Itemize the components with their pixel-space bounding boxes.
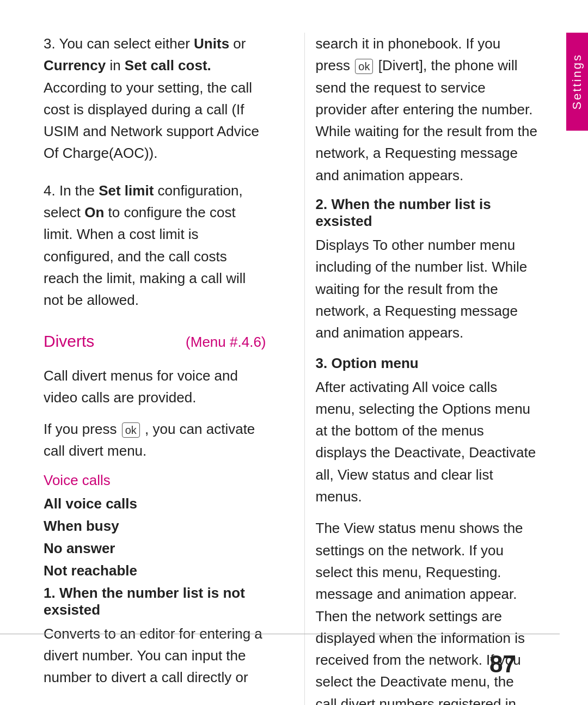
section3-body1: After activating All voice calls menu, s… — [316, 376, 538, 508]
settings-tab: Settings — [566, 33, 588, 131]
section1-title: 1. When the number list is not exsisted — [44, 585, 266, 618]
page-number-area: 87 — [0, 651, 560, 678]
ok-icon-2: ok — [355, 59, 373, 74]
diverts-heading: Diverts — [44, 332, 94, 351]
numbered-section-2: 2. When the number list is exsisted Disp… — [316, 196, 538, 344]
diverts-body2-pre: If you press — [44, 421, 121, 437]
section3-title: 3. Option menu — [316, 355, 538, 372]
diverts-body1: Call divert menus for voice and video ca… — [44, 365, 266, 409]
continued-text: search it in phonebook. If you press ok … — [316, 33, 538, 186]
item4-text: 4. In the Set limit configuration, selec… — [44, 182, 246, 308]
diverts-body2: If you press ok , you can activate call … — [44, 418, 266, 462]
item-4: 4. In the Set limit configuration, selec… — [44, 180, 266, 311]
ok-icon-1: ok — [122, 422, 140, 438]
bold-item-not-reachable: Not reachable — [44, 562, 266, 579]
bold-item-all-voice-calls: All voice calls — [44, 495, 266, 512]
diverts-menu-ref: (Menu #.4.6) — [186, 334, 266, 351]
item3-number: 3. You can select either Units or Curren… — [44, 35, 259, 161]
bold-item-when-busy: When busy — [44, 518, 266, 535]
diverts-section-header: Diverts (Menu #.4.6) — [44, 327, 266, 359]
voice-calls-label: Voice calls — [44, 472, 266, 489]
right-column: search it in phonebook. If you press ok … — [304, 33, 538, 705]
bold-item-no-answer: No answer — [44, 540, 266, 557]
section2-title: 2. When the number list is exsisted — [316, 196, 538, 230]
item-3: 3. You can select either Units or Curren… — [44, 33, 266, 164]
left-column: 3. You can select either Units or Curren… — [44, 33, 277, 705]
right-sidebar: Settings — [560, 0, 588, 705]
page-number: 87 — [489, 651, 516, 678]
section2-body: Displays To other number menu including … — [316, 234, 538, 344]
sidebar-tab-label: Settings — [570, 53, 584, 110]
